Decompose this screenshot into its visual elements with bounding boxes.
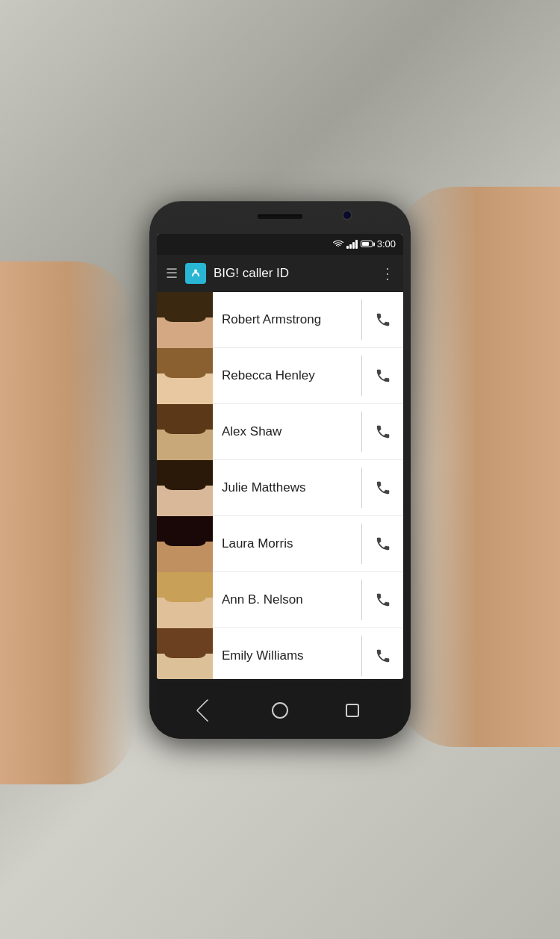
phone-screen: 3:00 ☰ BIG! caller ID ⋮	[157, 234, 403, 679]
phone-icon	[375, 312, 391, 328]
call-button[interactable]	[362, 516, 403, 571]
wifi-icon	[333, 240, 343, 248]
contact-item[interactable]: Ann B. Nelson	[157, 572, 403, 628]
call-button[interactable]	[362, 348, 403, 403]
phone-icon	[375, 536, 391, 552]
contact-info: Julie Matthews	[213, 460, 361, 515]
app-title: BIG! caller ID	[214, 266, 373, 281]
phone-wrapper: 3:00 ☰ BIG! caller ID ⋮	[149, 201, 411, 739]
contact-name: Laura Morris	[222, 536, 293, 551]
phone-icon	[375, 592, 391, 608]
phone-icon	[375, 648, 391, 664]
battery-icon	[361, 241, 373, 247]
contact-item[interactable]: Emily Williams	[157, 628, 403, 679]
more-options-icon[interactable]: ⋮	[380, 264, 394, 282]
contact-info: Laura Morris	[213, 516, 361, 571]
contact-avatar	[157, 628, 213, 679]
app-bar: ☰ BIG! caller ID ⋮	[157, 255, 403, 292]
call-button[interactable]	[362, 404, 403, 459]
phone-icon	[375, 368, 391, 384]
phone-shell: 3:00 ☰ BIG! caller ID ⋮	[149, 201, 411, 739]
status-icons	[333, 240, 373, 249]
contact-info: Alex Shaw	[213, 404, 361, 459]
contact-item[interactable]: Alex Shaw	[157, 404, 403, 460]
contact-name: Ann B. Nelson	[222, 592, 303, 607]
contact-name: Alex Shaw	[222, 424, 281, 439]
contact-info: Rebecca Henley	[213, 348, 361, 403]
contact-name: Rebecca Henley	[222, 368, 315, 383]
contact-avatar	[157, 348, 213, 404]
hand-left	[0, 261, 134, 784]
contact-item[interactable]: Laura Morris	[157, 516, 403, 572]
contact-item[interactable]: Rebecca Henley	[157, 348, 403, 404]
home-button[interactable]	[261, 695, 299, 725]
contact-name: Robert Armstrong	[222, 312, 321, 327]
contact-item[interactable]: Robert Armstrong	[157, 292, 403, 348]
contact-avatar	[157, 404, 213, 460]
contact-info: Robert Armstrong	[213, 292, 361, 347]
front-camera	[343, 211, 351, 219]
contact-name: Emily Williams	[222, 648, 304, 663]
phone-icon	[375, 480, 391, 496]
speaker	[258, 214, 302, 219]
call-button[interactable]	[362, 292, 403, 347]
back-button[interactable]	[189, 695, 226, 725]
signal-icon	[346, 240, 358, 249]
phone-icon	[375, 424, 391, 440]
status-time: 3:00	[377, 238, 396, 250]
contact-info: Emily Williams	[213, 628, 361, 679]
hand-right	[396, 187, 560, 747]
call-button[interactable]	[362, 628, 403, 679]
contact-list: Robert Armstrong Rebecca Henley	[157, 292, 403, 679]
contact-name: Julie Matthews	[222, 480, 305, 495]
call-button[interactable]	[362, 460, 403, 515]
app-icon	[185, 263, 206, 284]
contact-avatar	[157, 292, 213, 348]
call-button[interactable]	[362, 572, 403, 627]
contact-avatar	[157, 572, 213, 628]
nav-bar	[157, 682, 403, 739]
recent-apps-button[interactable]	[334, 695, 371, 725]
contact-item[interactable]: Julie Matthews	[157, 460, 403, 516]
svg-point-1	[194, 269, 197, 272]
contact-info: Ann B. Nelson	[213, 572, 361, 627]
contact-avatar	[157, 460, 213, 516]
status-bar: 3:00	[157, 234, 403, 255]
contact-avatar	[157, 516, 213, 572]
hamburger-menu-icon[interactable]: ☰	[166, 265, 178, 282]
